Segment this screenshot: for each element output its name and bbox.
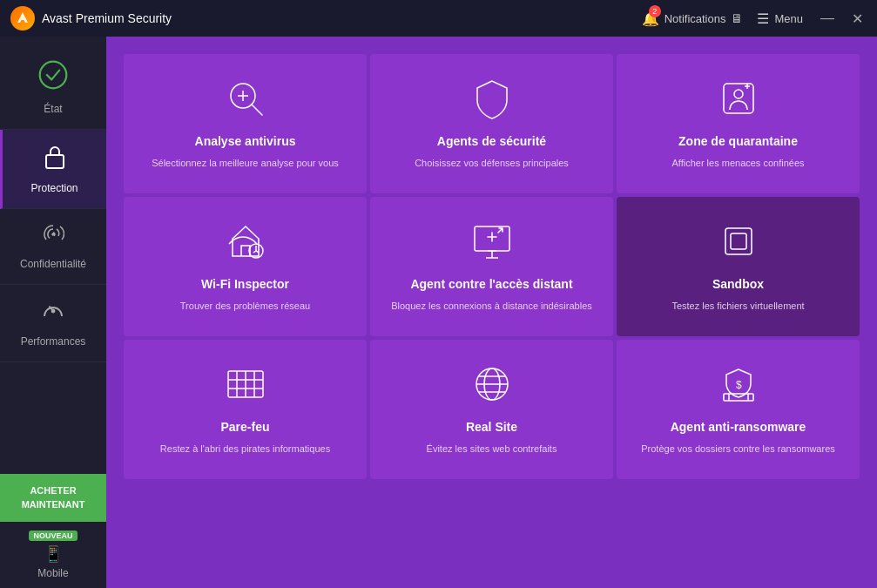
card-acces-title: Agent contre l'accès distant — [410, 277, 572, 291]
svg-rect-19 — [731, 233, 746, 249]
svg-point-0 — [40, 62, 67, 89]
app-logo: Avast Premium Security — [10, 6, 172, 30]
app-title: Avast Premium Security — [42, 11, 172, 25]
sidebar-etat-label: État — [44, 103, 62, 115]
menu-button[interactable]: ☰ Menu — [757, 10, 803, 27]
buy-line2: MAINTENANT — [5, 498, 101, 511]
lock-icon — [44, 144, 66, 175]
card-realsite-desc: Évitez les sites web contrefaits — [427, 443, 557, 456]
mobile-label: Mobile — [37, 567, 68, 579]
card-agents-title: Agents de sécurité — [437, 134, 546, 148]
globe-icon — [470, 362, 514, 411]
protection-grid: Analyse antivirus Sélectionnez la meille… — [124, 54, 860, 479]
svg-rect-1 — [46, 155, 64, 168]
sidebar-protection-label: Protection — [30, 182, 78, 194]
sidebar-item-protection[interactable]: Protection — [0, 130, 106, 209]
card-realsite-title: Real Site — [466, 420, 517, 434]
card-ransomware-desc: Protège vos dossiers contre les ransomwa… — [641, 443, 835, 456]
card-analyse-desc: Sélectionnez la meilleure analyse pour v… — [152, 157, 339, 170]
close-button[interactable]: ✕ — [848, 10, 867, 27]
card-agents-desc: Choisissez vos défenses principales — [415, 157, 569, 170]
card-acces-desc: Bloquez les connexions à distance indési… — [391, 300, 592, 313]
speedometer-icon — [41, 299, 65, 328]
card-quarantaine[interactable]: Zone de quarantaine Afficher les menaces… — [617, 54, 860, 193]
sidebar-performances-label: Performances — [21, 335, 86, 348]
svg-point-3 — [52, 310, 55, 313]
avast-icon — [10, 6, 35, 30]
monitor-icon: 🖥 — [731, 11, 743, 25]
mobile-icon: 📱 — [44, 544, 63, 564]
svg-rect-18 — [725, 228, 752, 254]
sidebar: État Protection — [0, 37, 106, 588]
shield-icon — [470, 77, 514, 125]
svg-point-9 — [734, 90, 743, 98]
card-analyse-title: Analyse antivirus — [195, 134, 296, 148]
card-sandbox[interactable]: Sandbox Testez les fichiers virtuellemen… — [617, 197, 860, 336]
card-wifi-inspector[interactable]: Wi-Fi Inspector Trouver des problèmes ré… — [124, 197, 367, 336]
search-icon — [224, 77, 267, 125]
notifications-button[interactable]: 🔔 2 Notifications 🖥 — [642, 10, 744, 27]
hamburger-icon: ☰ — [757, 10, 769, 27]
firewall-icon — [224, 362, 267, 411]
card-acces-distant[interactable]: Agent contre l'accès distant Bloquez les… — [370, 197, 613, 336]
notification-count: 2 — [649, 5, 661, 17]
check-circle-icon — [37, 59, 69, 96]
shield-dollar-icon: $ — [717, 362, 760, 411]
card-analyse-antivirus[interactable]: Analyse antivirus Sélectionnez la meille… — [124, 54, 367, 193]
window-controls: — ✕ — [817, 10, 867, 27]
sidebar-item-performances[interactable]: Performances — [0, 285, 106, 362]
card-ransomware-title: Agent anti-ransomware — [671, 420, 806, 434]
quarantine-icon — [717, 77, 760, 125]
titlebar: Avast Premium Security 🔔 2 Notifications… — [0, 0, 877, 37]
fingerprint-icon — [42, 223, 64, 251]
card-parefeu-title: Pare-feu — [220, 420, 269, 434]
content-area: Analyse antivirus Sélectionnez la meille… — [106, 37, 877, 588]
svg-point-2 — [52, 233, 54, 235]
card-anti-ransomware[interactable]: $ Agent anti-ransomware Protège vos doss… — [617, 340, 860, 479]
sidebar-item-confidentialite[interactable]: Confidentialité — [0, 209, 106, 285]
card-wifi-desc: Trouver des problèmes réseau — [180, 300, 310, 313]
sandbox-icon — [717, 220, 760, 268]
buy-now-button[interactable]: ACHETER MAINTENANT — [0, 474, 106, 522]
notifications-label: Notifications — [664, 12, 726, 25]
card-sandbox-title: Sandbox — [712, 277, 764, 291]
svg-line-5 — [252, 105, 262, 115]
wifi-house-icon — [224, 220, 267, 268]
card-pare-feu[interactable]: Pare-feu Restez à l'abri des pirates inf… — [124, 340, 367, 479]
card-wifi-title: Wi-Fi Inspector — [201, 277, 289, 291]
menu-label: Menu — [774, 12, 803, 25]
minimize-button[interactable]: — — [817, 10, 838, 27]
titlebar-controls: 🔔 2 Notifications 🖥 ☰ Menu — ✕ — [642, 10, 867, 27]
card-parefeu-desc: Restez à l'abri des pirates informatique… — [160, 443, 330, 456]
card-agents-securite[interactable]: Agents de sécurité Choisissez vos défens… — [370, 54, 613, 193]
card-sandbox-desc: Testez les fichiers virtuellement — [671, 300, 804, 313]
svg-text:$: $ — [736, 379, 742, 391]
buy-line1: ACHETER — [5, 484, 101, 497]
card-quarantaine-desc: Afficher les menaces confinées — [671, 157, 804, 170]
card-quarantaine-title: Zone de quarantaine — [678, 134, 798, 148]
monitor-arrow-icon — [470, 220, 514, 268]
card-real-site[interactable]: Real Site Évitez les sites web contrefai… — [370, 340, 613, 479]
sidebar-item-etat[interactable]: État — [0, 45, 106, 130]
sidebar-item-mobile[interactable]: NOUVEAU 📱 Mobile — [0, 522, 106, 588]
nouveau-badge: NOUVEAU — [29, 531, 77, 541]
sidebar-confidentialite-label: Confidentialité — [20, 258, 86, 270]
main-layout: État Protection — [0, 37, 877, 588]
